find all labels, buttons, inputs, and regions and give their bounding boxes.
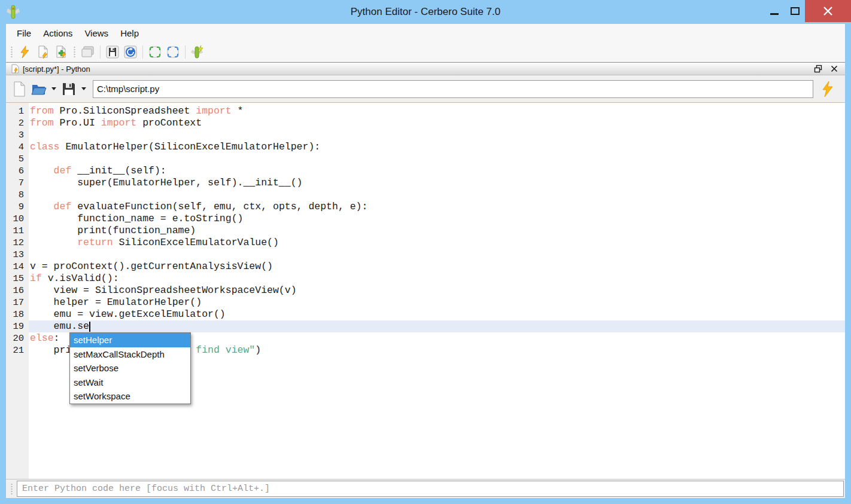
cerbero-run-button[interactable] [190, 44, 205, 60]
code-line[interactable]: 6 def __init__(self): [6, 165, 845, 177]
new-script-button[interactable] [35, 44, 51, 60]
open-file-button[interactable] [31, 81, 47, 97]
line-number: 6 [6, 165, 29, 177]
float-panel-icon[interactable] [814, 65, 822, 73]
line-number: 19 [6, 320, 29, 332]
execute-lightning-icon [820, 81, 835, 97]
execute-script-button[interactable] [816, 80, 839, 99]
line-number: 9 [6, 201, 29, 213]
code-line[interactable]: 19 emu.se [6, 320, 845, 332]
line-number: 20 [6, 332, 29, 344]
save-file-dropdown-caret[interactable] [81, 87, 86, 90]
code-lines: 1from Pro.SiliconSpreadsheet import *2fr… [6, 105, 845, 356]
open-folder-icon [31, 83, 47, 96]
add-script-button[interactable] [53, 44, 69, 60]
code-line[interactable]: 13 [6, 249, 845, 261]
console-bar [6, 479, 845, 498]
window-content: File Actions Views Help [6, 24, 845, 498]
code-line[interactable]: 1from Pro.SiliconSpreadsheet import * [6, 105, 845, 117]
code-line[interactable]: 5 [6, 153, 845, 165]
code-editor[interactable]: 1from Pro.SiliconSpreadsheet import *2fr… [6, 102, 845, 479]
code-line[interactable]: 8 [6, 189, 845, 201]
maximize-button[interactable] [785, 0, 805, 22]
minimize-icon [770, 13, 779, 15]
refresh-icon [124, 45, 137, 59]
code-line[interactable]: 11 print(function_name) [6, 225, 845, 237]
close-icon [823, 6, 833, 16]
line-number: 3 [6, 129, 29, 141]
window-controls [764, 0, 851, 24]
select-region-green-button[interactable] [147, 44, 163, 60]
new-file-icon [13, 81, 26, 97]
line-number: 11 [6, 225, 29, 237]
close-panel-icon[interactable] [831, 65, 838, 72]
line-number: 14 [6, 261, 29, 273]
minimize-button[interactable] [764, 0, 785, 22]
code-line[interactable]: 10 function_name = e.toString() [6, 213, 845, 225]
open-file-dropdown-caret[interactable] [51, 87, 56, 90]
line-number: 1 [6, 105, 29, 117]
windows-layout-button[interactable] [80, 44, 96, 60]
save-layout-button[interactable] [105, 44, 120, 60]
line-number: 15 [6, 273, 29, 285]
toolbar-separator [185, 45, 186, 59]
line-number: 18 [6, 308, 29, 320]
close-button[interactable] [805, 0, 851, 22]
autocomplete-item[interactable]: setMaxCallStackDepth [70, 347, 190, 362]
autocomplete-item[interactable]: setVerbose [70, 361, 190, 375]
code-line[interactable]: 2from Pro.UI import proContext [6, 117, 845, 129]
new-script-icon [37, 45, 50, 59]
select-region-blue-icon [166, 45, 180, 59]
refresh-view-button[interactable] [123, 44, 138, 60]
menu-help[interactable]: Help [114, 26, 145, 41]
toolbar-separator [142, 45, 143, 59]
menu-views[interactable]: Views [78, 26, 114, 41]
script-tab-icon [11, 64, 19, 74]
code-line[interactable]: 14v = proContext().getCurrentAnalysisVie… [6, 261, 845, 273]
maximize-icon [791, 7, 800, 15]
code-line[interactable]: 12 return SiliconExcelEmulatorValue() [6, 237, 845, 249]
line-number: 5 [6, 153, 29, 165]
console-grip[interactable] [10, 482, 13, 496]
line-number: 13 [6, 249, 29, 261]
code-line[interactable]: 17 helper = EmulatorHelper() [6, 297, 845, 308]
line-number: 12 [6, 237, 29, 249]
window-title: Python Editor - Cerbero Suite 7.0 [0, 0, 851, 24]
new-file-button[interactable] [11, 81, 28, 97]
code-line[interactable]: 18 emu = view.getExcelEmulator() [6, 308, 845, 320]
code-line[interactable]: 15if v.isValid(): [6, 273, 845, 285]
menu-file[interactable]: File [11, 26, 37, 41]
code-line[interactable]: 16 view = SiliconSpreadsheetWorkspaceVie… [6, 285, 845, 297]
window-titlebar[interactable]: Python Editor - Cerbero Suite 7.0 [0, 0, 851, 24]
cerbero-run-icon [190, 45, 205, 59]
select-region-blue-button[interactable] [165, 44, 181, 60]
menu-actions[interactable]: Actions [37, 26, 78, 41]
save-file-button[interactable] [60, 81, 77, 97]
code-line[interactable]: 4class EmulatorHelper(SiliconExcelEmulat… [6, 141, 845, 153]
line-number: 16 [6, 285, 29, 297]
autocomplete-item[interactable]: setWorkspace [70, 389, 190, 404]
line-number: 7 [6, 177, 29, 189]
toolbar-grip[interactable] [73, 45, 76, 59]
code-line[interactable]: 9 def evaluateFunction(self, emu, ctx, o… [6, 201, 845, 213]
menu-bar: File Actions Views Help [6, 24, 845, 42]
panel-title-text: [script.py*] - Python [23, 65, 90, 74]
run-script-button[interactable] [17, 44, 33, 60]
code-line[interactable]: 7 super(EmulatorHelper, self).__init__() [6, 177, 845, 189]
autocomplete-item[interactable]: setHelper [70, 333, 190, 347]
autocomplete-popup: setHelpersetMaxCallStackDepthsetVerboses… [69, 332, 191, 404]
line-number: 2 [6, 117, 29, 129]
python-console-input[interactable] [17, 481, 844, 497]
python-editor-window: Python Editor - Cerbero Suite 7.0 File A… [0, 0, 851, 504]
toolbar-grip[interactable] [10, 45, 13, 59]
save-layout-icon [106, 45, 119, 59]
script-toolbar [6, 75, 845, 102]
save-floppy-icon [62, 82, 76, 96]
toolbar-separator [100, 45, 101, 59]
run-lightning-icon [19, 45, 31, 59]
windows-layout-icon [81, 45, 95, 59]
line-number: 10 [6, 213, 29, 225]
autocomplete-item[interactable]: setWait [70, 375, 190, 390]
script-path-input[interactable] [93, 80, 813, 98]
code-line[interactable]: 3 [6, 129, 845, 141]
